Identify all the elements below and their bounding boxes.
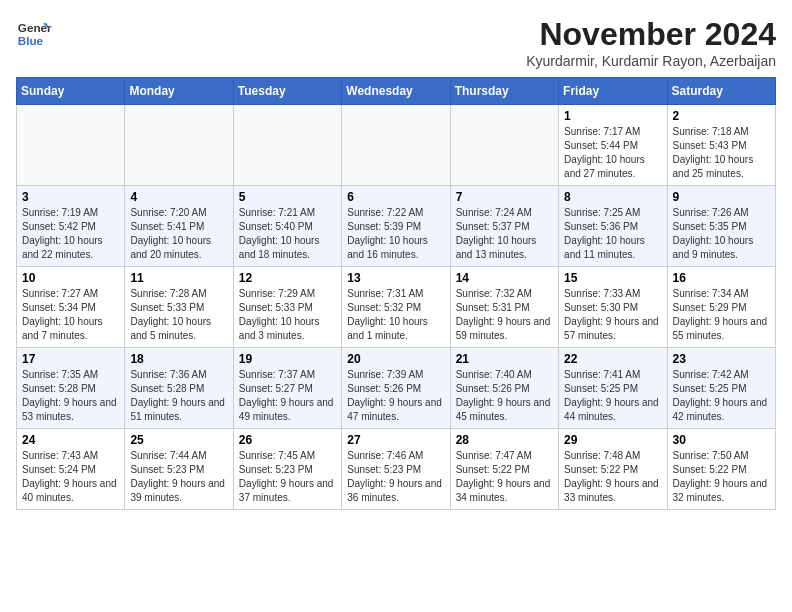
day-number: 28 — [456, 433, 553, 447]
calendar-cell: 10Sunrise: 7:27 AM Sunset: 5:34 PM Dayli… — [17, 267, 125, 348]
calendar-cell: 25Sunrise: 7:44 AM Sunset: 5:23 PM Dayli… — [125, 429, 233, 510]
day-number: 8 — [564, 190, 661, 204]
weekday-header-thursday: Thursday — [450, 78, 558, 105]
day-number: 17 — [22, 352, 119, 366]
day-info: Sunrise: 7:50 AM Sunset: 5:22 PM Dayligh… — [673, 449, 770, 505]
day-number: 22 — [564, 352, 661, 366]
calendar-cell — [233, 105, 341, 186]
weekday-header-saturday: Saturday — [667, 78, 775, 105]
calendar-cell: 23Sunrise: 7:42 AM Sunset: 5:25 PM Dayli… — [667, 348, 775, 429]
day-info: Sunrise: 7:44 AM Sunset: 5:23 PM Dayligh… — [130, 449, 227, 505]
day-number: 9 — [673, 190, 770, 204]
day-info: Sunrise: 7:32 AM Sunset: 5:31 PM Dayligh… — [456, 287, 553, 343]
day-info: Sunrise: 7:21 AM Sunset: 5:40 PM Dayligh… — [239, 206, 336, 262]
day-info: Sunrise: 7:42 AM Sunset: 5:25 PM Dayligh… — [673, 368, 770, 424]
day-number: 19 — [239, 352, 336, 366]
calendar-cell: 13Sunrise: 7:31 AM Sunset: 5:32 PM Dayli… — [342, 267, 450, 348]
day-number: 15 — [564, 271, 661, 285]
calendar-cell: 19Sunrise: 7:37 AM Sunset: 5:27 PM Dayli… — [233, 348, 341, 429]
day-info: Sunrise: 7:39 AM Sunset: 5:26 PM Dayligh… — [347, 368, 444, 424]
weekday-header-friday: Friday — [559, 78, 667, 105]
location: Kyurdarmir, Kurdamir Rayon, Azerbaijan — [526, 53, 776, 69]
calendar-cell: 7Sunrise: 7:24 AM Sunset: 5:37 PM Daylig… — [450, 186, 558, 267]
day-number: 4 — [130, 190, 227, 204]
calendar-cell: 9Sunrise: 7:26 AM Sunset: 5:35 PM Daylig… — [667, 186, 775, 267]
day-info: Sunrise: 7:22 AM Sunset: 5:39 PM Dayligh… — [347, 206, 444, 262]
calendar-cell — [17, 105, 125, 186]
day-info: Sunrise: 7:34 AM Sunset: 5:29 PM Dayligh… — [673, 287, 770, 343]
day-info: Sunrise: 7:43 AM Sunset: 5:24 PM Dayligh… — [22, 449, 119, 505]
day-info: Sunrise: 7:31 AM Sunset: 5:32 PM Dayligh… — [347, 287, 444, 343]
calendar-cell: 21Sunrise: 7:40 AM Sunset: 5:26 PM Dayli… — [450, 348, 558, 429]
day-number: 12 — [239, 271, 336, 285]
day-number: 20 — [347, 352, 444, 366]
day-info: Sunrise: 7:36 AM Sunset: 5:28 PM Dayligh… — [130, 368, 227, 424]
day-info: Sunrise: 7:33 AM Sunset: 5:30 PM Dayligh… — [564, 287, 661, 343]
day-info: Sunrise: 7:40 AM Sunset: 5:26 PM Dayligh… — [456, 368, 553, 424]
calendar-cell: 29Sunrise: 7:48 AM Sunset: 5:22 PM Dayli… — [559, 429, 667, 510]
weekday-header-sunday: Sunday — [17, 78, 125, 105]
day-info: Sunrise: 7:46 AM Sunset: 5:23 PM Dayligh… — [347, 449, 444, 505]
day-info: Sunrise: 7:17 AM Sunset: 5:44 PM Dayligh… — [564, 125, 661, 181]
calendar-cell: 15Sunrise: 7:33 AM Sunset: 5:30 PM Dayli… — [559, 267, 667, 348]
day-number: 13 — [347, 271, 444, 285]
calendar-cell: 18Sunrise: 7:36 AM Sunset: 5:28 PM Dayli… — [125, 348, 233, 429]
weekday-header-wednesday: Wednesday — [342, 78, 450, 105]
svg-text:Blue: Blue — [18, 34, 44, 47]
day-info: Sunrise: 7:28 AM Sunset: 5:33 PM Dayligh… — [130, 287, 227, 343]
day-info: Sunrise: 7:26 AM Sunset: 5:35 PM Dayligh… — [673, 206, 770, 262]
calendar-cell: 11Sunrise: 7:28 AM Sunset: 5:33 PM Dayli… — [125, 267, 233, 348]
day-info: Sunrise: 7:27 AM Sunset: 5:34 PM Dayligh… — [22, 287, 119, 343]
day-number: 24 — [22, 433, 119, 447]
calendar-cell: 17Sunrise: 7:35 AM Sunset: 5:28 PM Dayli… — [17, 348, 125, 429]
calendar-cell: 8Sunrise: 7:25 AM Sunset: 5:36 PM Daylig… — [559, 186, 667, 267]
calendar-cell: 16Sunrise: 7:34 AM Sunset: 5:29 PM Dayli… — [667, 267, 775, 348]
calendar-cell: 30Sunrise: 7:50 AM Sunset: 5:22 PM Dayli… — [667, 429, 775, 510]
day-number: 23 — [673, 352, 770, 366]
day-info: Sunrise: 7:25 AM Sunset: 5:36 PM Dayligh… — [564, 206, 661, 262]
day-info: Sunrise: 7:37 AM Sunset: 5:27 PM Dayligh… — [239, 368, 336, 424]
calendar-cell: 4Sunrise: 7:20 AM Sunset: 5:41 PM Daylig… — [125, 186, 233, 267]
day-number: 21 — [456, 352, 553, 366]
day-info: Sunrise: 7:41 AM Sunset: 5:25 PM Dayligh… — [564, 368, 661, 424]
svg-text:General: General — [18, 21, 52, 34]
calendar-cell: 24Sunrise: 7:43 AM Sunset: 5:24 PM Dayli… — [17, 429, 125, 510]
calendar-cell: 2Sunrise: 7:18 AM Sunset: 5:43 PM Daylig… — [667, 105, 775, 186]
day-number: 7 — [456, 190, 553, 204]
calendar-cell: 6Sunrise: 7:22 AM Sunset: 5:39 PM Daylig… — [342, 186, 450, 267]
logo: General Blue — [16, 16, 52, 52]
weekday-header-row: SundayMondayTuesdayWednesdayThursdayFrid… — [17, 78, 776, 105]
day-number: 11 — [130, 271, 227, 285]
day-number: 5 — [239, 190, 336, 204]
day-info: Sunrise: 7:29 AM Sunset: 5:33 PM Dayligh… — [239, 287, 336, 343]
calendar-cell: 22Sunrise: 7:41 AM Sunset: 5:25 PM Dayli… — [559, 348, 667, 429]
day-number: 2 — [673, 109, 770, 123]
day-number: 14 — [456, 271, 553, 285]
calendar-week-row: 24Sunrise: 7:43 AM Sunset: 5:24 PM Dayli… — [17, 429, 776, 510]
calendar-cell: 26Sunrise: 7:45 AM Sunset: 5:23 PM Dayli… — [233, 429, 341, 510]
day-info: Sunrise: 7:24 AM Sunset: 5:37 PM Dayligh… — [456, 206, 553, 262]
calendar-cell: 27Sunrise: 7:46 AM Sunset: 5:23 PM Dayli… — [342, 429, 450, 510]
calendar-week-row: 1Sunrise: 7:17 AM Sunset: 5:44 PM Daylig… — [17, 105, 776, 186]
calendar-cell: 14Sunrise: 7:32 AM Sunset: 5:31 PM Dayli… — [450, 267, 558, 348]
day-info: Sunrise: 7:20 AM Sunset: 5:41 PM Dayligh… — [130, 206, 227, 262]
day-number: 26 — [239, 433, 336, 447]
day-info: Sunrise: 7:18 AM Sunset: 5:43 PM Dayligh… — [673, 125, 770, 181]
day-number: 29 — [564, 433, 661, 447]
calendar-cell: 12Sunrise: 7:29 AM Sunset: 5:33 PM Dayli… — [233, 267, 341, 348]
calendar-table: SundayMondayTuesdayWednesdayThursdayFrid… — [16, 77, 776, 510]
calendar-cell: 3Sunrise: 7:19 AM Sunset: 5:42 PM Daylig… — [17, 186, 125, 267]
day-number: 16 — [673, 271, 770, 285]
logo-icon: General Blue — [16, 16, 52, 52]
calendar-cell — [342, 105, 450, 186]
title-area: November 2024 Kyurdarmir, Kurdamir Rayon… — [526, 16, 776, 69]
month-title: November 2024 — [526, 16, 776, 53]
weekday-header-monday: Monday — [125, 78, 233, 105]
day-number: 27 — [347, 433, 444, 447]
day-info: Sunrise: 7:45 AM Sunset: 5:23 PM Dayligh… — [239, 449, 336, 505]
day-info: Sunrise: 7:19 AM Sunset: 5:42 PM Dayligh… — [22, 206, 119, 262]
calendar-cell — [125, 105, 233, 186]
calendar-cell — [450, 105, 558, 186]
day-info: Sunrise: 7:48 AM Sunset: 5:22 PM Dayligh… — [564, 449, 661, 505]
calendar-week-row: 17Sunrise: 7:35 AM Sunset: 5:28 PM Dayli… — [17, 348, 776, 429]
